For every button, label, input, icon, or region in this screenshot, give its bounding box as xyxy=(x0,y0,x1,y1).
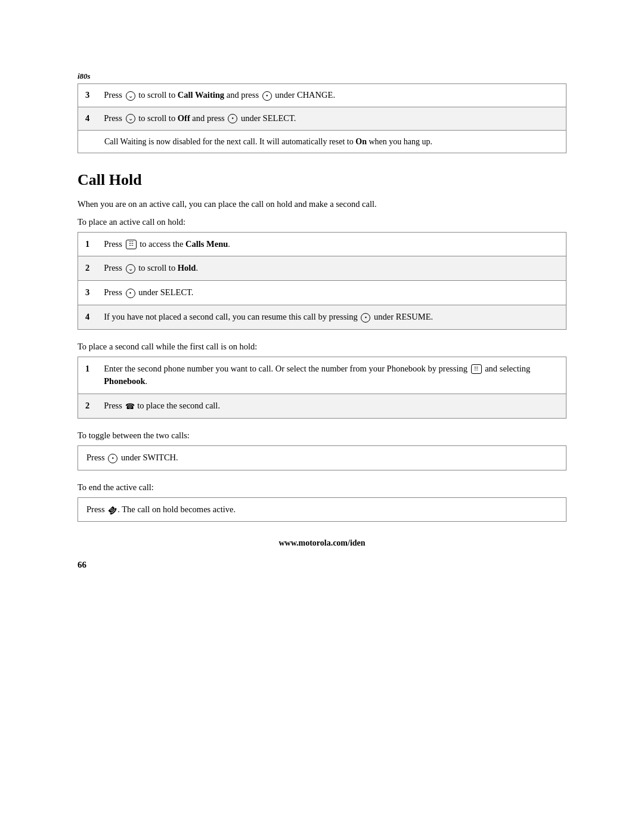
end-table: Press ☎. The call on hold becomes active… xyxy=(78,497,566,522)
scroll-icon: ⌄ xyxy=(126,114,135,123)
place-active-label: To place an active call on hold: xyxy=(78,217,566,227)
footer-url: www.motorola.com/iden xyxy=(78,538,566,548)
scroll-icon: ⌄ xyxy=(126,264,135,274)
step-number: 2 xyxy=(78,256,97,281)
step-text: Press ☷ to access the Calls Menu. xyxy=(97,232,566,256)
end-text: Press ☎. The call on hold becomes active… xyxy=(78,497,566,522)
calls-menu-icon: ☷ xyxy=(126,240,137,249)
table-row: 3 Press • under SELECT. xyxy=(78,281,566,305)
table-row: 2 Press ⌄ to scroll to Hold. xyxy=(78,256,566,281)
table-row: 4 Press ⌄ to scroll to Off and press • u… xyxy=(78,107,566,130)
table-row: Press • under SWITCH. xyxy=(78,445,566,470)
page-number: 66 xyxy=(78,560,566,570)
page-content: i80s 3 Press ⌄ to scroll to Call Waiting… xyxy=(0,0,644,833)
table-row: 4 If you have not placed a second call, … xyxy=(78,305,566,329)
step-number: 1 xyxy=(78,357,97,394)
toggle-text: Press • under SWITCH. xyxy=(78,445,566,470)
table-row: 1 Press ☷ to access the Calls Menu. xyxy=(78,232,566,256)
center-button-icon: • xyxy=(126,289,135,298)
model-tag: i80s xyxy=(78,72,566,81)
step-text: Press • under SELECT. xyxy=(97,281,566,305)
step-number: 4 xyxy=(78,305,97,329)
table-row: 3 Press ⌄ to scroll to Call Waiting and … xyxy=(78,84,566,107)
toggle-label: To toggle between the two calls: xyxy=(78,431,566,441)
center-button-icon: • xyxy=(262,91,272,101)
step-text: Press ⌄ to scroll to Hold. xyxy=(97,256,566,281)
top-table: 3 Press ⌄ to scroll to Call Waiting and … xyxy=(78,83,566,153)
note-text: Call Waiting is now disabled for the nex… xyxy=(78,130,566,153)
scroll-icon: ⌄ xyxy=(126,91,135,101)
table-row: 2 Press ☎ to place the second call. xyxy=(78,394,566,419)
step-text: Enter the second phone number you want t… xyxy=(97,357,566,394)
phonebook-icon: ☷ xyxy=(471,364,482,374)
center-button-icon: • xyxy=(228,114,237,123)
table-row: Call Waiting is now disabled for the nex… xyxy=(78,130,566,153)
section-title: Call Hold xyxy=(78,171,566,189)
step-number: 2 xyxy=(78,394,97,419)
step-text: If you have not placed a second call, yo… xyxy=(97,305,566,329)
center-button-icon: • xyxy=(361,313,370,323)
step-number: 4 xyxy=(78,107,97,130)
toggle-table: Press • under SWITCH. xyxy=(78,445,566,470)
send-call-icon: ☎ xyxy=(125,401,135,413)
table-row: 1 Enter the second phone number you want… xyxy=(78,357,566,394)
footer: www.motorola.com/iden xyxy=(78,534,566,558)
step-text: Press ☎ to place the second call. xyxy=(97,394,566,419)
table-row: Press ☎. The call on hold becomes active… xyxy=(78,497,566,522)
place-second-table: 1 Enter the second phone number you want… xyxy=(78,357,566,419)
end-call-icon: ☎ xyxy=(105,503,120,518)
step-number: 3 xyxy=(78,281,97,305)
place-second-label: To place a second call while the first c… xyxy=(78,342,566,352)
step-number: 3 xyxy=(78,84,97,107)
place-active-table: 1 Press ☷ to access the Calls Menu. 2 Pr… xyxy=(78,232,566,330)
center-button-icon: • xyxy=(108,454,117,463)
intro-text: When you are on an active call, you can … xyxy=(78,197,566,211)
end-label: To end the active call: xyxy=(78,482,566,493)
step-text: Press ⌄ to scroll to Off and press • und… xyxy=(97,107,566,130)
step-text: Press ⌄ to scroll to Call Waiting and pr… xyxy=(97,84,566,107)
step-number: 1 xyxy=(78,232,97,256)
